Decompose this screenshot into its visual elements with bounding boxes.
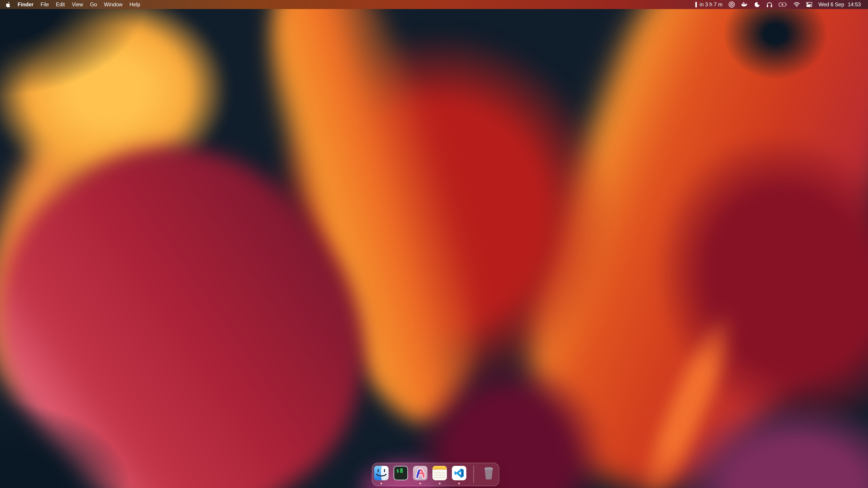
control-center-menu[interactable] <box>806 2 812 7</box>
dock-separator <box>473 466 474 483</box>
menu-item-edit[interactable]: Edit <box>56 2 65 8</box>
moon-icon <box>754 2 760 8</box>
menu-item-help[interactable]: Help <box>129 2 140 8</box>
wallpaper-glow-yellow <box>0 0 255 209</box>
apple-icon <box>6 2 11 7</box>
focus-mode-menu[interactable] <box>754 2 760 8</box>
wallpaper-ridge-center <box>234 0 512 441</box>
notes-icon <box>432 466 447 480</box>
control-center-icon <box>806 2 812 7</box>
menu-bar-left: Finder File Edit View Go Window Help <box>0 0 140 9</box>
menu-item-go[interactable]: Go <box>90 2 97 8</box>
vscode-icon <box>452 466 466 480</box>
wallpaper-petal-right-orange <box>469 0 868 488</box>
battery-charging-icon <box>779 2 787 7</box>
menu-app-name[interactable]: Finder <box>18 2 33 8</box>
running-indicator <box>380 483 382 484</box>
arc-browser-icon <box>413 466 428 480</box>
clock-time: 14:53 <box>848 2 861 8</box>
timer-label: in 3 h 7 m <box>700 2 722 8</box>
menu-bar-status-area: in 3 h 7 m <box>695 0 868 9</box>
menu-item-file[interactable]: File <box>40 2 49 8</box>
timer-pill-icon <box>695 2 697 8</box>
docker-menu[interactable] <box>741 2 748 7</box>
onepassword-menu[interactable] <box>728 1 735 8</box>
dock-item-arc-browser[interactable] <box>413 466 428 485</box>
running-indicator <box>439 483 440 484</box>
timer-status[interactable]: in 3 h 7 m <box>695 2 722 8</box>
onepassword-icon <box>728 1 735 8</box>
dock-item-vscode[interactable] <box>452 466 466 485</box>
trash-icon <box>482 466 496 480</box>
wifi-menu[interactable] <box>794 2 800 7</box>
apple-menu[interactable] <box>6 0 11 9</box>
dock-item-trash[interactable] <box>482 466 496 485</box>
clock-date: Wed 6 Sep <box>818 2 844 8</box>
running-indicator <box>419 483 421 484</box>
desktop[interactable]: Finder File Edit View Go Window Help in … <box>0 0 868 488</box>
menu-item-view[interactable]: View <box>72 2 83 8</box>
clock-menu[interactable]: Wed 6 Sep 14:53 <box>818 2 861 8</box>
wallpaper-petal-magenta <box>0 85 427 488</box>
menu-bar: Finder File Edit View Go Window Help in … <box>0 0 868 9</box>
terminal-icon: $ <box>394 466 408 480</box>
wifi-icon <box>794 2 800 7</box>
wallpaper-petal-dark-red <box>586 67 868 488</box>
dock: $ <box>372 463 499 486</box>
wallpaper-corner-shadows <box>0 0 868 488</box>
wallpaper-ridge-bottom-right <box>629 303 745 488</box>
running-indicator <box>458 483 460 484</box>
dock-item-terminal[interactable]: $ <box>394 466 408 485</box>
headphones-icon <box>766 2 773 8</box>
wallpaper-petal-crimson <box>249 11 633 418</box>
menu-item-window[interactable]: Window <box>104 2 123 8</box>
wallpaper-petal-left-orange <box>0 49 223 425</box>
wallpaper-petal-purple <box>649 384 868 488</box>
terminal-cursor <box>400 468 403 473</box>
terminal-prompt: $ <box>396 468 399 473</box>
finder-icon <box>374 466 389 480</box>
docker-whale-icon <box>741 2 748 7</box>
dock-item-notes[interactable] <box>432 466 447 485</box>
notes-icon-header <box>432 466 447 470</box>
dock-item-finder[interactable] <box>374 466 389 485</box>
sound-output-menu[interactable] <box>766 2 773 8</box>
battery-menu[interactable] <box>779 2 787 7</box>
